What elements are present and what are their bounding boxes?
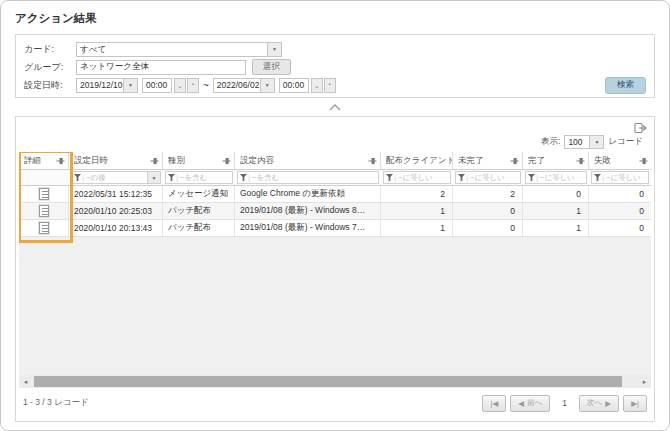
horizontal-scrollbar[interactable]: ◂ ▸: [19, 375, 651, 388]
page-size-select[interactable]: 100 ▼: [564, 135, 604, 149]
scroll-left-icon[interactable]: ◂: [19, 375, 32, 388]
pin-icon[interactable]: [56, 157, 65, 165]
scrollbar-track[interactable]: [32, 375, 638, 388]
complete-cell: 1: [523, 203, 589, 219]
column-header-content[interactable]: 設定内容: [235, 152, 381, 169]
failed-cell: 0: [589, 203, 651, 219]
filter-input-incomplete[interactable]: | ~に等しい: [455, 171, 521, 184]
filter-input-type[interactable]: | ~を含む: [165, 171, 233, 184]
filter-cell-detail: [19, 170, 69, 185]
clients-cell: 1: [381, 220, 453, 236]
from-date-picker[interactable]: 2019/12/10 ▼: [76, 78, 138, 93]
table-row[interactable]: 2022/05/31 15:12:35 メッセージ通知 Google Chrom…: [19, 186, 651, 203]
content-cell: 2019/01/08 (最新) - Windows 7…: [235, 220, 381, 236]
datetime-cell: 2020/01/10 20:13:43: [69, 220, 163, 236]
datetime-filter-row: 設定日時: 2019/12/10 ▼ ⌄ ⌃ ~ 2022/06/02 ▼ ⌄ …: [24, 77, 646, 93]
filter-input-complete[interactable]: | ~に等しい: [525, 171, 587, 184]
page-size-value: 100: [565, 136, 589, 148]
to-date-picker[interactable]: 2022/06/02 ▼: [213, 78, 275, 93]
records-unit-label: レコード: [608, 136, 643, 148]
column-header-type[interactable]: 種別: [163, 152, 235, 169]
card-select[interactable]: すべて ▼: [76, 42, 282, 57]
export-icon[interactable]: [634, 122, 647, 134]
group-filter-row: グループ: 選択: [24, 59, 646, 75]
filter-input-clients[interactable]: | ~に等しい: [383, 171, 451, 184]
detail-report-icon[interactable]: [39, 222, 49, 234]
grid-filter-row: | ~の後 ▼ | ~を含む | ~を含む: [19, 170, 651, 186]
failed-cell: 0: [589, 220, 651, 236]
table-row[interactable]: 2020/01/10 20:25:03 パッチ配布 2019/01/08 (最新…: [19, 203, 651, 220]
filter-cell-type: | ~を含む: [163, 170, 235, 185]
spinner-down-icon[interactable]: ⌄: [311, 78, 323, 93]
filter-funnel-icon[interactable]: [594, 174, 601, 181]
column-header-clients[interactable]: 配布クライアント数: [381, 152, 453, 169]
incomplete-cell: 2: [453, 186, 523, 202]
search-button[interactable]: 検索: [605, 77, 646, 94]
filter-input-failed[interactable]: | ~に等しい: [591, 171, 649, 184]
group-select-button[interactable]: 選択: [252, 59, 291, 75]
pin-icon[interactable]: [368, 157, 377, 165]
scroll-right-icon[interactable]: ▸: [638, 375, 651, 388]
filter-funnel-icon[interactable]: [240, 174, 247, 181]
chevron-down-icon[interactable]: ▼: [267, 43, 281, 56]
to-time-input[interactable]: [279, 78, 309, 93]
to-date-value: 2022/06/02: [214, 79, 260, 92]
filter-funnel-icon[interactable]: [74, 174, 81, 181]
datetime-cell: 2020/01/10 20:25:03: [69, 203, 163, 219]
filter-operator-dropdown[interactable]: ▼: [148, 171, 161, 184]
detail-report-icon[interactable]: [39, 205, 49, 217]
pin-icon[interactable]: [576, 157, 585, 165]
spinner-down-icon[interactable]: ⌄: [174, 78, 186, 93]
prev-page-button[interactable]: ◀ 前へ: [510, 395, 550, 412]
spinner-up-icon[interactable]: ⌃: [187, 78, 199, 93]
detail-report-icon[interactable]: [39, 188, 49, 200]
failed-cell: 0: [589, 186, 651, 202]
results-grid: 詳細 設定日時 種別 設定内容 配布クライアント数: [19, 152, 651, 375]
chevron-down-icon[interactable]: ▼: [123, 79, 137, 92]
filter-funnel-icon[interactable]: [386, 174, 393, 181]
spinner-up-icon[interactable]: ⌃: [324, 78, 336, 93]
prev-arrow-icon: ◀: [518, 399, 524, 408]
filter-input-datetime[interactable]: | ~の後: [71, 171, 148, 184]
scrollbar-thumb[interactable]: [34, 376, 622, 387]
filter-funnel-icon[interactable]: [168, 174, 175, 181]
complete-cell: 0: [523, 186, 589, 202]
detail-cell: [19, 220, 69, 236]
card-select-value: すべて: [77, 43, 267, 56]
page-title: アクション結果: [15, 11, 655, 26]
pin-icon[interactable]: [510, 157, 519, 165]
content-cell: 2019/01/08 (最新) - Windows 8…: [235, 203, 381, 219]
last-page-button[interactable]: ▶|: [623, 395, 647, 412]
column-header-incomplete[interactable]: 未完了: [453, 152, 523, 169]
clients-cell: 1: [381, 203, 453, 219]
column-header-failed[interactable]: 失敗: [589, 152, 651, 169]
filter-input-content[interactable]: | ~を含む: [237, 171, 379, 184]
column-header-datetime[interactable]: 設定日時: [69, 152, 163, 169]
filter-panel: カード: すべて ▼ グループ: 選択 設定日時: 2019/12/10 ▼ ⌄…: [15, 34, 655, 98]
action-results-window: アクション結果 カード: すべて ▼ グループ: 選択 設定日時: 2019/1…: [0, 0, 670, 431]
first-page-button[interactable]: |◀: [482, 395, 506, 412]
pin-icon[interactable]: [150, 157, 159, 165]
filter-funnel-icon[interactable]: [458, 174, 465, 181]
next-page-button[interactable]: 次へ ▶: [579, 395, 619, 412]
chevron-down-icon[interactable]: ▼: [260, 79, 274, 92]
column-header-complete[interactable]: 完了: [523, 152, 589, 169]
column-header-detail[interactable]: 詳細: [19, 152, 69, 169]
display-label: 表示:: [541, 136, 560, 148]
complete-cell: 1: [523, 220, 589, 236]
group-input[interactable]: [76, 60, 246, 75]
group-label: グループ:: [24, 61, 76, 74]
card-label: カード:: [24, 43, 76, 56]
incomplete-cell: 0: [453, 220, 523, 236]
filter-funnel-icon[interactable]: [528, 174, 535, 181]
pin-icon[interactable]: [639, 157, 648, 165]
table-row[interactable]: 2020/01/10 20:13:43 パッチ配布 2019/01/08 (最新…: [19, 220, 651, 237]
next-label: 次へ: [587, 398, 602, 408]
collapse-panel-toggle[interactable]: [15, 98, 655, 116]
filter-cell-clients: | ~に等しい: [381, 170, 453, 185]
type-cell: メッセージ通知: [163, 186, 235, 202]
pin-icon[interactable]: [222, 157, 231, 165]
from-time-input[interactable]: [142, 78, 172, 93]
chevron-down-icon[interactable]: ▼: [589, 136, 603, 148]
last-page-icon: ▶|: [631, 399, 639, 408]
